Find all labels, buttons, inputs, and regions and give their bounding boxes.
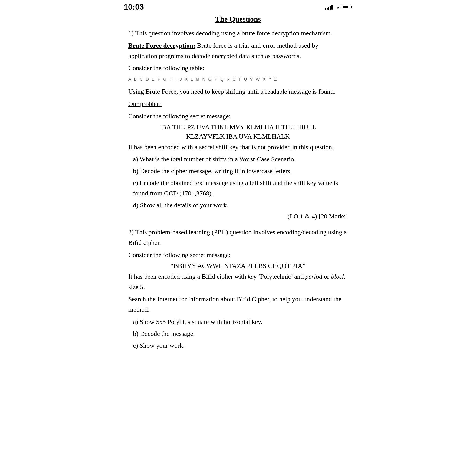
- q1-sub-a: a) What is the total number of shifts in…: [133, 154, 348, 165]
- status-icons: ∿: [325, 4, 352, 10]
- battery-icon: [342, 5, 352, 9]
- q2-sub-items: a) Show 5x5 Polybius square with horizon…: [133, 317, 348, 351]
- q1-secret-message-1: IBA THU PZ UVA THKL MVY KLMLHA H THU JHU…: [128, 123, 348, 131]
- signal-bar-5: [331, 5, 333, 10]
- signal-bar-2: [326, 8, 328, 10]
- q1-using-brute-force: Using Brute Force, you need to keep shif…: [128, 86, 348, 97]
- q1-sub-b: b) Decode the cipher message, writing it…: [133, 166, 348, 176]
- page-content: The Questions 1) This question involves …: [119, 13, 357, 367]
- signal-bar-4: [330, 6, 331, 10]
- status-time: 10:03: [124, 2, 144, 11]
- q1-marks: (LO 1 & 4) [20 Marks]: [128, 213, 348, 220]
- q2-search-text: Search the Internet for information abou…: [128, 294, 348, 315]
- q1-encoded-with: It has been encoded with a secret shift …: [128, 142, 348, 153]
- q1-sub-items: a) What is the total number of shifts in…: [133, 154, 348, 210]
- q2-encoded-bifid-4: size 5.: [128, 283, 145, 290]
- wifi-icon: ∿: [335, 4, 340, 10]
- q2-intro: 2) This problem-based learning (PBL) que…: [128, 227, 348, 248]
- q2-sub-b: b) Decode the message.: [133, 329, 348, 339]
- alphabet-row: A B C D E F G H I J K L M N O P Q R S T …: [128, 77, 348, 82]
- q1-intro: 1) This question involves decoding using…: [128, 28, 348, 39]
- q2-encoded-bifid: It has been encoded using a Bifid cipher…: [128, 272, 348, 292]
- q1-sub-b-text: b) Decode the cipher message, writing it…: [133, 167, 292, 174]
- status-bar: 10:03 ∿: [119, 0, 357, 13]
- q1-sub-a-text: a) What is the total number of shifts in…: [133, 155, 296, 163]
- page-title: The Questions: [128, 15, 348, 23]
- q1-consider-table: Consider the following table:: [128, 63, 348, 73]
- q2-encoded-bifid-3: or: [322, 273, 331, 280]
- q1-consider-secret: Consider the following secret message:: [128, 111, 348, 121]
- q1-our-problem: Our problem: [128, 99, 348, 109]
- q1-sub-c-text: c) Encode the obtained text message usin…: [133, 179, 338, 197]
- signal-bar-3: [328, 7, 329, 10]
- q2-encoded-bifid-period: period: [305, 273, 322, 280]
- signal-bar-1: [325, 8, 326, 10]
- signal-icon: [325, 4, 333, 10]
- q1-sub-d-text: d) Show all the details of your work.: [133, 202, 228, 209]
- q1-sub-d: d) Show all the details of your work.: [133, 200, 348, 211]
- q2-encoded-bifid-2: ‘Polytechnic’ and: [256, 273, 305, 280]
- q1-sub-c: c) Encode the obtained text message usin…: [133, 178, 348, 199]
- question-2-block: 2) This problem-based learning (PBL) que…: [128, 227, 348, 351]
- q1-brute-force-label: Brute Force decryption:: [128, 42, 195, 49]
- q2-sub-c: c) Show your work.: [133, 340, 348, 351]
- q2-secret-message: “BBHYY ACWWL NTAZA PLLBS CHQOT PIA”: [128, 262, 348, 270]
- q2-consider-secret: Consider the following secret message:: [128, 250, 348, 260]
- question-1-block: 1) This question involves decoding using…: [128, 28, 348, 220]
- q2-sub-a: a) Show 5x5 Polybius square with horizon…: [133, 317, 348, 327]
- q2-encoded-bifid-block: block: [331, 273, 345, 280]
- q1-brute-force-desc: Brute Force decryption: Brute force is a…: [128, 40, 348, 61]
- q2-encoded-bifid-1: It has been encoded using a Bifid cipher…: [128, 273, 248, 280]
- q2-encoded-bifid-key: key: [248, 273, 256, 280]
- q1-secret-message-2: KLZAYVFLK IBA UVA KLMLHALK: [128, 133, 348, 140]
